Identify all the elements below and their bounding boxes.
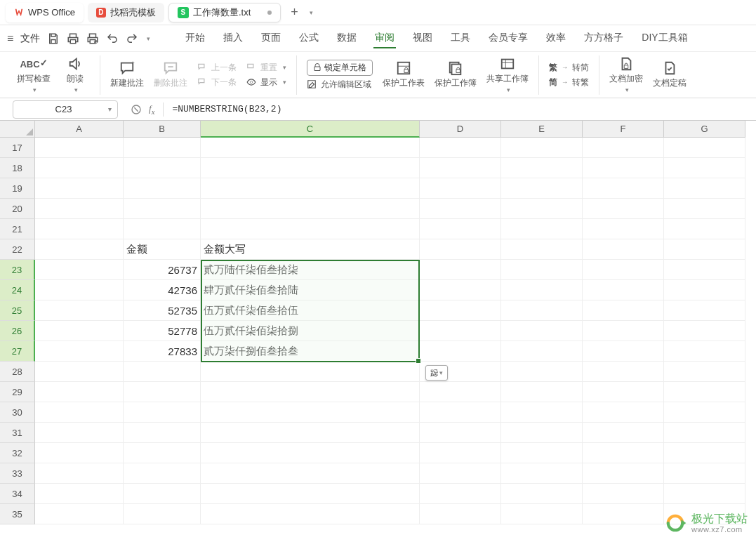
cell-F32[interactable] — [583, 443, 664, 463]
cell-E32[interactable] — [501, 443, 583, 463]
spell-check-button[interactable]: ABC✓ 拼写检查▾ — [17, 56, 51, 93]
cell-D32[interactable] — [420, 443, 501, 463]
cell-F34[interactable] — [583, 484, 664, 504]
hamburger-icon[interactable]: ≡ — [7, 32, 13, 45]
cell-C28[interactable] — [201, 362, 420, 382]
cell-E18[interactable] — [501, 158, 583, 178]
cell-F35[interactable] — [583, 504, 664, 524]
row-header-31[interactable]: 31 — [0, 423, 35, 443]
cell-F24[interactable] — [583, 280, 664, 300]
cell-G24[interactable] — [664, 280, 745, 300]
cell-G28[interactable] — [664, 362, 745, 382]
menu-view[interactable]: 视图 — [411, 29, 434, 48]
cell-C35[interactable] — [201, 504, 420, 524]
protect-workbook-button[interactable]: 保护工作簿 — [435, 60, 477, 89]
cell-F22[interactable] — [583, 239, 664, 260]
redo-icon[interactable] — [126, 32, 138, 45]
prev-comment-button[interactable]: 上一条 — [197, 62, 237, 74]
row-header-34[interactable]: 34 — [0, 484, 35, 504]
cell-A17[interactable] — [35, 138, 124, 158]
cell-F28[interactable] — [583, 362, 664, 382]
cell-E22[interactable] — [501, 239, 583, 260]
col-header-B[interactable]: B — [124, 121, 201, 138]
cell-B27[interactable]: 27833 — [124, 341, 201, 362]
cell-G30[interactable] — [664, 402, 745, 423]
row-header-24[interactable]: 24 — [0, 280, 35, 300]
cell-E19[interactable] — [501, 178, 583, 199]
cell-B20[interactable] — [124, 199, 201, 219]
cell-E28[interactable] — [501, 362, 583, 382]
menu-ffgz[interactable]: 方方格子 — [583, 29, 625, 48]
fx-icon[interactable]: fx — [149, 103, 154, 116]
cell-C34[interactable] — [201, 484, 420, 504]
cell-B22[interactable]: 金额 — [124, 239, 201, 260]
menu-data[interactable]: 数据 — [336, 29, 358, 48]
cell-C32[interactable] — [201, 443, 420, 463]
cell-D18[interactable] — [420, 158, 501, 178]
menu-diy[interactable]: DIY工具箱 — [640, 29, 689, 48]
cell-E31[interactable] — [501, 423, 583, 443]
reset-comment-button[interactable]: 重置▾ — [246, 62, 286, 74]
cell-G23[interactable] — [664, 260, 745, 280]
cell-D20[interactable] — [420, 199, 501, 219]
cell-C20[interactable] — [201, 199, 420, 219]
cell-D30[interactable] — [420, 402, 501, 423]
row-header-22[interactable]: 22 — [0, 239, 35, 260]
new-comment-button[interactable]: + 新建批注 — [110, 60, 144, 89]
cell-D35[interactable] — [420, 504, 501, 524]
cell-G26[interactable] — [664, 321, 745, 341]
cell-C22[interactable]: 金额大写 — [201, 239, 420, 260]
paste-options-button[interactable]: 跽 ▾ — [425, 365, 448, 381]
file-menu[interactable]: 文件 — [20, 32, 40, 45]
cell-C33[interactable] — [201, 463, 420, 484]
quick-access-chevron-icon[interactable]: ▾ — [147, 35, 150, 42]
cell-F30[interactable] — [583, 402, 664, 423]
cell-D22[interactable] — [420, 239, 501, 260]
cell-B29[interactable] — [124, 382, 201, 402]
menu-start[interactable]: 开始 — [184, 29, 206, 48]
cell-A30[interactable] — [35, 402, 124, 423]
cell-B17[interactable] — [124, 138, 201, 158]
cell-B26[interactable]: 52778 — [124, 321, 201, 341]
delete-comment-button[interactable]: 删除批注 — [154, 60, 187, 89]
tab-menu-chevron-icon[interactable]: ▾ — [310, 9, 313, 16]
cell-C21[interactable] — [201, 219, 420, 239]
cell-A25[interactable] — [35, 300, 124, 321]
cell-C18[interactable] — [201, 158, 420, 178]
select-all-corner[interactable] — [0, 121, 35, 138]
cell-E27[interactable] — [501, 341, 583, 362]
menu-tools[interactable]: 工具 — [449, 29, 472, 48]
row-header-26[interactable]: 26 — [0, 321, 35, 341]
cell-A32[interactable] — [35, 443, 124, 463]
row-header-35[interactable]: 35 — [0, 504, 35, 524]
app-tab-wps[interactable]: WPS Office — [6, 3, 84, 22]
cell-E33[interactable] — [501, 463, 583, 484]
menu-page[interactable]: 页面 — [260, 29, 282, 48]
cell-F17[interactable] — [583, 138, 664, 158]
formula-input[interactable]: =NUMBERSTRING(B23,2) — [166, 104, 756, 114]
col-header-A[interactable]: A — [35, 121, 124, 138]
col-header-E[interactable]: E — [501, 121, 583, 138]
cell-C30[interactable] — [201, 402, 420, 423]
print-preview-icon[interactable] — [86, 32, 99, 45]
cell-D26[interactable] — [420, 321, 501, 341]
to-traditional-button[interactable]: 简→ 转繁 — [549, 77, 589, 88]
row-header-19[interactable]: 19 — [0, 178, 35, 199]
cell-G19[interactable] — [664, 178, 745, 199]
save-icon[interactable] — [47, 32, 60, 45]
menu-efficiency[interactable]: 效率 — [545, 29, 567, 48]
cell-A29[interactable] — [35, 382, 124, 402]
show-comment-button[interactable]: 显示▾ — [246, 77, 286, 88]
cell-D17[interactable] — [420, 138, 501, 158]
cell-A21[interactable] — [35, 219, 124, 239]
cell-D21[interactable] — [420, 219, 501, 239]
cell-B18[interactable] — [124, 158, 201, 178]
cell-D27[interactable] — [420, 341, 501, 362]
row-header-20[interactable]: 20 — [0, 199, 35, 219]
row-header-33[interactable]: 33 — [0, 463, 35, 484]
cell-G31[interactable] — [664, 423, 745, 443]
row-header-25[interactable]: 25 — [0, 300, 35, 321]
col-header-F[interactable]: F — [583, 121, 664, 138]
cell-B35[interactable] — [124, 504, 201, 524]
cell-B31[interactable] — [124, 423, 201, 443]
